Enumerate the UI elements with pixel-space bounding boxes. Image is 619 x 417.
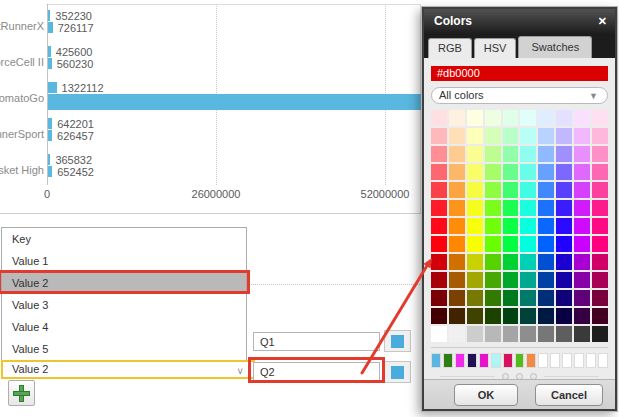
recent-swatch[interactable] — [491, 353, 501, 368]
list-item[interactable]: Value 4 — [2, 316, 246, 338]
palette-swatch[interactable] — [556, 290, 572, 306]
palette-swatch[interactable] — [538, 182, 554, 198]
palette-swatch[interactable] — [467, 200, 483, 216]
cancel-button[interactable]: Cancel — [535, 384, 603, 406]
palette-swatch[interactable] — [574, 236, 590, 252]
palette-swatch[interactable] — [431, 272, 447, 288]
palette-swatch[interactable] — [449, 110, 465, 126]
palette-swatch[interactable] — [592, 164, 608, 180]
series-color-button-q2[interactable] — [384, 361, 411, 383]
palette-swatch[interactable] — [592, 236, 608, 252]
list-item[interactable]: Key — [2, 228, 246, 250]
palette-swatch[interactable] — [503, 128, 519, 144]
palette-swatch[interactable] — [556, 272, 572, 288]
palette-swatch[interactable] — [467, 326, 483, 342]
palette-swatch[interactable] — [449, 218, 465, 234]
palette-swatch[interactable] — [592, 272, 608, 288]
recent-swatch[interactable] — [598, 353, 608, 368]
value-combobox[interactable]: Value 2 ˅ — [1, 360, 255, 379]
series-name-input-q2[interactable] — [253, 362, 380, 381]
palette-swatch[interactable] — [467, 128, 483, 144]
palette-swatch[interactable] — [574, 254, 590, 270]
palette-swatch[interactable] — [467, 254, 483, 270]
palette-swatch[interactable] — [592, 146, 608, 162]
palette-swatch[interactable] — [538, 164, 554, 180]
palette-swatch[interactable] — [449, 272, 465, 288]
palette-swatch[interactable] — [520, 254, 536, 270]
dialog-titlebar[interactable]: Colors ✕ — [424, 9, 615, 34]
palette-swatch[interactable] — [592, 290, 608, 306]
palette-swatch[interactable] — [485, 182, 501, 198]
recent-swatch[interactable] — [479, 353, 489, 368]
tab-hsv[interactable]: HSV — [474, 38, 517, 58]
palette-swatch[interactable] — [467, 272, 483, 288]
add-series-button[interactable] — [8, 380, 35, 406]
palette-swatch[interactable] — [449, 326, 465, 342]
palette-swatch[interactable] — [467, 236, 483, 252]
tab-rgb[interactable]: RGB — [428, 38, 472, 58]
palette-swatch[interactable] — [485, 326, 501, 342]
palette-swatch[interactable] — [503, 164, 519, 180]
palette-swatch[interactable] — [431, 326, 447, 342]
palette-swatch[interactable] — [574, 272, 590, 288]
palette-swatch[interactable] — [431, 218, 447, 234]
palette-swatch[interactable] — [503, 182, 519, 198]
recent-swatch[interactable] — [562, 353, 572, 368]
palette-swatch[interactable] — [449, 290, 465, 306]
list-item[interactable]: Value 1 — [2, 250, 246, 272]
recent-swatch[interactable] — [467, 353, 477, 368]
close-icon[interactable]: ✕ — [598, 9, 607, 34]
palette-swatch[interactable] — [574, 128, 590, 144]
palette-swatch[interactable] — [538, 146, 554, 162]
palette-swatch[interactable] — [520, 236, 536, 252]
palette-swatch[interactable] — [431, 128, 447, 144]
palette-swatch[interactable] — [556, 200, 572, 216]
palette-swatch[interactable] — [503, 200, 519, 216]
palette-swatch[interactable] — [467, 146, 483, 162]
palette-swatch[interactable] — [556, 236, 572, 252]
palette-swatch[interactable] — [592, 128, 608, 144]
palette-swatch[interactable] — [520, 164, 536, 180]
palette-swatch[interactable] — [556, 164, 572, 180]
palette-swatch[interactable] — [574, 308, 590, 324]
palette-swatch[interactable] — [503, 236, 519, 252]
palette-swatch[interactable] — [556, 128, 572, 144]
palette-swatch[interactable] — [574, 200, 590, 216]
palette-swatch[interactable] — [503, 326, 519, 342]
palette-swatch[interactable] — [520, 272, 536, 288]
palette-swatch[interactable] — [520, 200, 536, 216]
palette-swatch[interactable] — [538, 110, 554, 126]
palette-swatch[interactable] — [556, 254, 572, 270]
recent-swatch[interactable] — [526, 353, 536, 368]
palette-swatch[interactable] — [485, 200, 501, 216]
palette-swatch[interactable] — [538, 200, 554, 216]
palette-swatch[interactable] — [592, 218, 608, 234]
palette-swatch[interactable] — [485, 218, 501, 234]
palette-swatch[interactable] — [574, 164, 590, 180]
palette-swatch[interactable] — [538, 326, 554, 342]
palette-swatch[interactable] — [485, 236, 501, 252]
series-color-button-q1[interactable] — [384, 330, 411, 352]
palette-swatch[interactable] — [485, 272, 501, 288]
palette-swatch[interactable] — [556, 182, 572, 198]
ok-button[interactable]: OK — [454, 384, 518, 406]
palette-swatch[interactable] — [520, 128, 536, 144]
palette-swatch[interactable] — [574, 182, 590, 198]
tab-swatches[interactable]: Swatches — [518, 36, 592, 58]
palette-swatch[interactable] — [574, 326, 590, 342]
palette-swatch[interactable] — [574, 218, 590, 234]
recent-swatch[interactable] — [538, 353, 548, 368]
palette-swatch[interactable] — [485, 164, 501, 180]
palette-swatch[interactable] — [592, 200, 608, 216]
list-item[interactable]: Value 3 — [2, 294, 246, 316]
palette-swatch[interactable] — [467, 164, 483, 180]
palette-swatch[interactable] — [520, 290, 536, 306]
list-item[interactable]: Value 5 — [2, 338, 246, 360]
palette-swatch[interactable] — [431, 290, 447, 306]
palette-swatch[interactable] — [592, 110, 608, 126]
palette-swatch[interactable] — [467, 182, 483, 198]
palette-swatch[interactable] — [449, 308, 465, 324]
palette-swatch[interactable] — [431, 254, 447, 270]
palette-swatch[interactable] — [467, 308, 483, 324]
palette-swatch[interactable] — [556, 146, 572, 162]
